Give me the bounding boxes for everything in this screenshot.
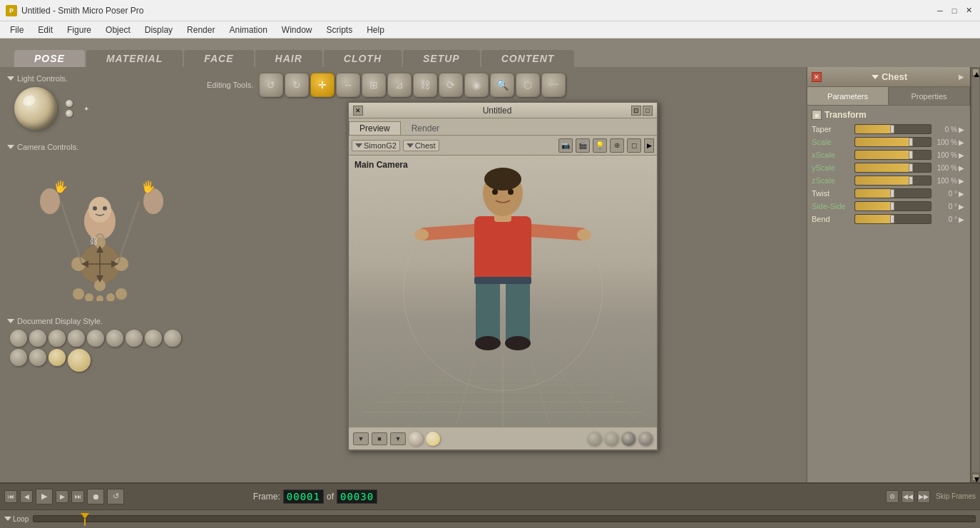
light-dot-2[interactable] <box>66 110 73 117</box>
tl-step-fwd-btn[interactable]: ▶▶ <box>917 490 930 503</box>
menu-help[interactable]: Help <box>359 24 392 36</box>
tl-play-btn[interactable]: ▶ <box>36 489 53 504</box>
viewport-restore-btn[interactable]: □ <box>643 106 653 116</box>
viewport-close-btn[interactable]: ✕ <box>353 106 363 116</box>
menu-scripts[interactable]: Scripts <box>320 24 360 36</box>
tool-select[interactable]: ⬡ <box>516 73 540 97</box>
tool-magnet[interactable]: ◉ <box>464 73 489 97</box>
param-side-side-arrow-icon[interactable]: ▶ <box>959 203 966 210</box>
tool-rotate[interactable]: ↔ <box>336 73 360 97</box>
render-icon[interactable]: 🎬 <box>576 138 590 153</box>
camera-controls-collapse-icon[interactable] <box>7 145 14 149</box>
display-btn-9[interactable] <box>164 330 181 347</box>
tab-pose[interactable]: POSE <box>14 50 85 67</box>
param-scale-slider[interactable] <box>854 137 931 147</box>
panel-tab-parameters[interactable]: Parameters <box>807 87 889 105</box>
tl-loop-btn[interactable]: ↺ <box>107 489 124 504</box>
tool-translate[interactable]: ✛ <box>310 73 335 97</box>
viewport-step-btn[interactable]: ▼ <box>390 432 406 445</box>
param-taper-slider[interactable] <box>854 124 931 134</box>
camera-icon[interactable]: 📷 <box>558 138 573 153</box>
panel-tab-properties[interactable]: Properties <box>889 87 970 105</box>
display-btn-3[interactable] <box>49 330 66 347</box>
display-style-collapse-icon[interactable] <box>7 319 14 323</box>
menu-edit[interactable]: Edit <box>31 24 60 36</box>
timeline-playhead[interactable] <box>81 513 89 526</box>
tab-material[interactable]: MATERIAL <box>86 50 183 67</box>
display-btn-2[interactable] <box>29 330 46 347</box>
tl-step-back-btn[interactable]: ◀◀ <box>902 490 914 503</box>
viewport-stop-btn[interactable]: ■ <box>372 432 387 445</box>
tool-taper[interactable]: ⊿ <box>387 73 412 97</box>
display-btn-12[interactable] <box>49 349 66 366</box>
param-yscale-arrow-icon[interactable]: ▶ <box>959 164 966 172</box>
tab-hair[interactable]: HAIR <box>255 50 322 67</box>
tool-zoom[interactable]: 🔍 <box>490 73 514 97</box>
menu-object[interactable]: Object <box>98 24 138 36</box>
param-yscale-slider[interactable] <box>854 163 931 173</box>
light-sphere[interactable] <box>14 87 57 130</box>
tool-wave[interactable]: 〰 <box>541 73 566 97</box>
tl-end-btn[interactable]: ⏭ <box>71 490 84 503</box>
viewport-expand-btn[interactable]: ⊡ <box>631 106 641 116</box>
param-xscale-arrow-icon[interactable]: ▶ <box>959 151 966 159</box>
viewport-sphere-1[interactable] <box>409 432 423 446</box>
menu-file[interactable]: File <box>3 24 31 36</box>
display-btn-7[interactable] <box>126 330 143 347</box>
display-btn-11[interactable] <box>29 349 46 366</box>
param-taper-arrow-icon[interactable]: ▶ <box>959 126 966 133</box>
scrollbar-up-btn[interactable]: ▲ <box>972 68 979 76</box>
viewport-sphere-4[interactable] <box>604 432 618 446</box>
transform-checkbox[interactable]: ■ <box>812 110 822 120</box>
tl-prev-btn[interactable]: ◀ <box>20 490 33 503</box>
minimize-button[interactable]: ─ <box>934 5 946 16</box>
viewport-tab-render[interactable]: Render <box>401 121 450 135</box>
viewport-next-btn[interactable]: ▶ <box>644 138 654 153</box>
panel-expand-button[interactable]: ▶ <box>957 72 966 82</box>
timeline-bar[interactable] <box>33 515 976 522</box>
param-bend-slider[interactable] <box>854 214 931 224</box>
menu-render[interactable]: Render <box>180 24 222 36</box>
param-zscale-slider[interactable] <box>854 176 931 186</box>
crosshair-icon[interactable]: ⊕ <box>610 138 624 153</box>
param-xscale-slider[interactable] <box>854 150 931 160</box>
param-scale-arrow-icon[interactable]: ▶ <box>959 138 966 146</box>
display-btn-10[interactable] <box>10 349 27 366</box>
viewport-sphere-2[interactable] <box>426 432 440 446</box>
tl-start-btn[interactable]: ⏮ <box>4 490 17 503</box>
param-twist-arrow-icon[interactable]: ▶ <box>959 190 966 198</box>
light-controls-collapse-icon[interactable] <box>7 76 14 81</box>
scrollbar-down-btn[interactable]: ▼ <box>972 474 979 481</box>
menu-figure[interactable]: Figure <box>60 24 98 36</box>
tl-next-btn[interactable]: ▶ <box>56 490 68 503</box>
viewport-sphere-6[interactable] <box>638 432 653 446</box>
tab-face[interactable]: FACE <box>184 50 253 67</box>
settings-icon[interactable]: ◻ <box>627 138 641 153</box>
display-btn-5[interactable] <box>87 330 104 347</box>
body-part-dropdown[interactable]: Chest <box>403 140 439 151</box>
viewport-play-btn[interactable]: ▼ <box>353 432 369 445</box>
tool-undo[interactable]: ↺ <box>259 73 283 97</box>
light-icon[interactable]: 💡 <box>593 138 607 153</box>
tool-scale[interactable]: ⊞ <box>362 73 386 97</box>
param-bend-arrow-icon[interactable]: ▶ <box>959 215 966 223</box>
viewport-tab-preview[interactable]: Preview <box>349 121 401 135</box>
tl-settings-btn[interactable]: ⚙ <box>886 490 899 503</box>
tl-record-btn[interactable]: ⏺ <box>87 489 104 504</box>
panel-collapse-icon[interactable] <box>872 75 879 79</box>
tab-content[interactable]: CONTENT <box>481 50 575 67</box>
menu-window[interactable]: Window <box>275 24 320 36</box>
display-btn-13[interactable] <box>68 349 91 372</box>
panel-close-button[interactable]: ✕ <box>812 72 822 82</box>
light-crosshair[interactable] <box>81 103 91 113</box>
viewport-canvas[interactable]: Main Camera <box>349 156 657 427</box>
close-button[interactable]: ✕ <box>963 5 974 16</box>
param-twist-slider[interactable] <box>854 188 931 198</box>
maximize-button[interactable]: □ <box>949 5 960 16</box>
tool-chain[interactable]: ⛓ <box>413 73 437 97</box>
viewport-sphere-5[interactable] <box>621 432 636 446</box>
display-btn-1[interactable] <box>10 330 27 347</box>
tab-cloth[interactable]: CLOTH <box>324 50 402 67</box>
viewport-sphere-3[interactable] <box>587 432 601 446</box>
light-dot-1[interactable] <box>66 100 73 107</box>
